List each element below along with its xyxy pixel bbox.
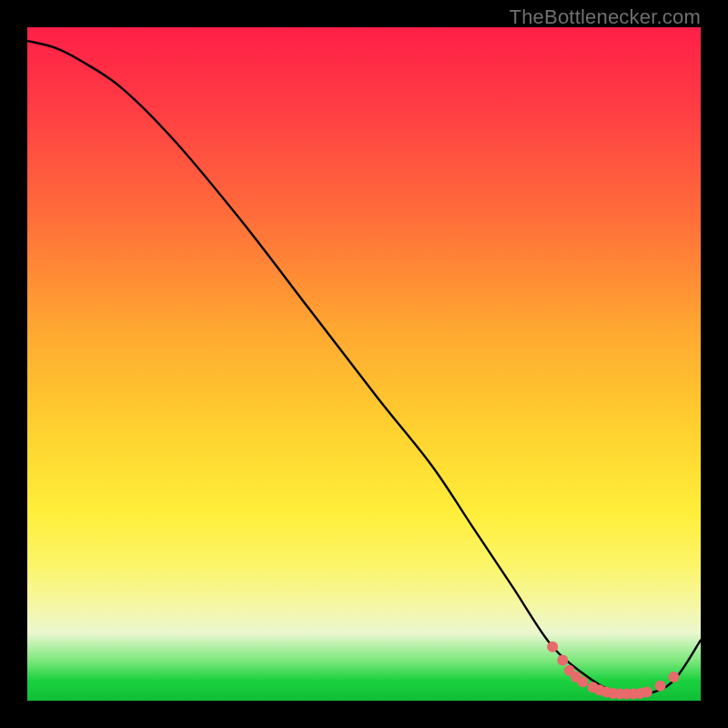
chart-frame: TheBottlenecker.com xyxy=(0,0,728,728)
credit-text: TheBottlenecker.com xyxy=(510,5,701,29)
curve-marker xyxy=(642,686,652,697)
curve-markers xyxy=(547,642,679,700)
curve-marker xyxy=(655,681,666,692)
plot-area xyxy=(27,27,701,701)
curve-marker xyxy=(578,676,589,687)
curve-marker xyxy=(668,672,679,682)
curve-marker xyxy=(547,642,558,652)
curve-svg xyxy=(27,27,701,701)
curve-marker xyxy=(557,655,568,666)
bottleneck-curve xyxy=(27,41,701,696)
